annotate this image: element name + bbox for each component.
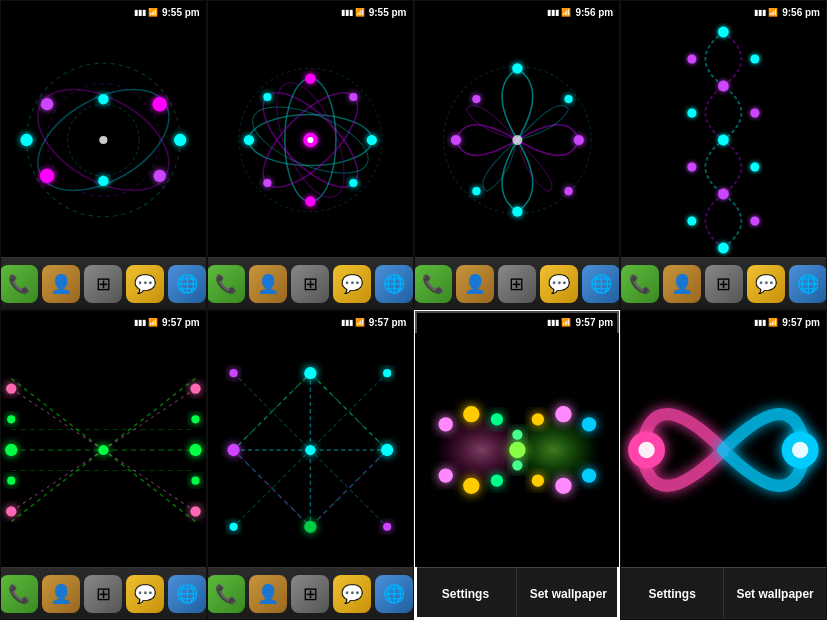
dock-browser-6[interactable]: 🌐 [375,575,413,613]
cell-8[interactable]: ▮▮▮ 📶 9:57 pm [620,310,827,620]
signal-icon-8: ▮▮▮ [754,318,766,327]
svg-point-94 [438,417,452,431]
svg-point-51 [688,217,697,226]
time-5: 9:57 pm [162,317,200,328]
cell-4[interactable]: ▮▮▮ 📶 9:56 pm [620,0,827,310]
set-wallpaper-button-7[interactable]: Set wallpaper [517,567,619,619]
dock-browser-1[interactable]: 🌐 [168,265,206,303]
svg-point-90 [229,523,237,531]
settings-button-8[interactable]: Settings [621,567,724,619]
dock-contacts-6[interactable]: 👤 [249,575,287,613]
status-icons-4: ▮▮▮ 📶 [754,8,778,17]
settings-button-7[interactable]: Settings [415,567,518,619]
svg-point-97 [438,468,452,482]
svg-point-85 [304,521,316,533]
dock-contacts-5[interactable]: 👤 [42,575,80,613]
svg-point-36 [564,95,572,103]
svg-point-47 [718,135,729,146]
svg-point-42 [688,55,697,64]
cell-2[interactable]: ▮▮▮ 📶 9:55 pm [207,0,414,310]
svg-point-8 [98,176,108,186]
svg-point-39 [564,187,572,195]
dock-messages-1[interactable]: 💬 [126,265,164,303]
wallpaper-6 [208,333,413,567]
status-bar-2: ▮▮▮ 📶 9:55 pm [208,1,413,23]
status-bar-6: ▮▮▮ 📶 9:57 pm [208,311,413,333]
time-1: 9:55 pm [162,7,200,18]
cell-3[interactable]: ▮▮▮ 📶 9:56 pm [414,0,621,310]
status-bar-4: ▮▮▮ 📶 9:56 pm [621,1,826,23]
status-icons-3: ▮▮▮ 📶 [547,8,571,17]
dock-messages-5[interactable]: 💬 [126,575,164,613]
status-bar-8: ▮▮▮ 📶 9:57 pm [621,311,826,333]
dock-messages-6[interactable]: 💬 [333,575,371,613]
dock-bar-2: 📞 👤 ⊞ 💬 🌐 [208,257,413,309]
svg-point-63 [5,444,17,456]
dock-phone-5[interactable]: 📞 [0,575,38,613]
svg-point-46 [751,109,760,118]
cell-7[interactable]: ▮▮▮ 📶 9:57 pm [414,310,621,620]
dock-bar-4: 📞 👤 ⊞ 💬 🌐 [621,257,826,309]
dock-apps-5[interactable]: ⊞ [84,575,122,613]
wallpaper-3 [415,23,620,257]
dock-contacts-4[interactable]: 👤 [663,265,701,303]
time-3: 9:56 pm [575,7,613,18]
svg-line-59 [11,389,103,450]
status-bar-7: ▮▮▮ 📶 9:57 pm [415,311,620,333]
dock-browser-4[interactable]: 🌐 [789,265,827,303]
signal-icon-1: ▮▮▮ [134,8,146,17]
svg-point-5 [174,134,186,146]
dock-phone-2[interactable]: 📞 [207,265,245,303]
svg-point-89 [383,369,391,377]
svg-point-50 [718,189,729,200]
dock-messages-4[interactable]: 💬 [747,265,785,303]
dock-messages-3[interactable]: 💬 [540,265,578,303]
svg-point-7 [98,94,108,104]
dock-phone-6[interactable]: 📞 [207,575,245,613]
dock-phone-3[interactable]: 📞 [414,265,452,303]
settings-label-7: Settings [442,587,489,601]
dock-contacts-2[interactable]: 👤 [249,265,287,303]
set-wallpaper-label-8: Set wallpaper [736,587,813,601]
dock-bar-3: 📞 👤 ⊞ 💬 🌐 [415,257,620,309]
dock-apps-3[interactable]: ⊞ [498,265,536,303]
wifi-icon-8: 📶 [768,318,778,327]
dock-apps-2[interactable]: ⊞ [291,265,329,303]
svg-point-28 [263,179,271,187]
svg-point-12 [154,170,166,182]
svg-point-88 [229,369,237,377]
svg-point-30 [307,137,313,143]
cell-6[interactable]: ▮▮▮ 📶 9:57 pm [207,310,414,620]
svg-point-66 [6,383,16,393]
cell-5[interactable]: ▮▮▮ 📶 9:57 pm [0,310,207,620]
svg-point-104 [555,478,571,494]
cell-1[interactable]: ▮▮▮ 📶 9:55 pm [0,0,207,310]
status-bar-1: ▮▮▮ 📶 9:55 pm [1,1,206,23]
svg-point-111 [639,442,655,458]
dock-apps-1[interactable]: ⊞ [84,265,122,303]
dock-contacts-1[interactable]: 👤 [42,265,80,303]
dock-apps-6[interactable]: ⊞ [291,575,329,613]
svg-point-95 [463,406,479,422]
dock-messages-2[interactable]: 💬 [333,265,371,303]
status-icons-6: ▮▮▮ 📶 [341,318,365,327]
dock-browser-3[interactable]: 🌐 [582,265,620,303]
dock-apps-4[interactable]: ⊞ [705,265,743,303]
svg-point-70 [7,415,15,423]
svg-point-35 [450,135,460,145]
wifi-icon-7: 📶 [561,318,571,327]
time-2: 9:55 pm [369,7,407,18]
dock-phone-4[interactable]: 📞 [621,265,659,303]
svg-point-45 [688,109,697,118]
dock-browser-2[interactable]: 🌐 [375,265,413,303]
set-wallpaper-label-7: Set wallpaper [530,587,607,601]
dock-browser-5[interactable]: 🌐 [168,575,206,613]
set-wallpaper-button-8[interactable]: Set wallpaper [724,567,826,619]
dock-contacts-3[interactable]: 👤 [456,265,494,303]
status-bar-3: ▮▮▮ 📶 9:56 pm [415,1,620,23]
svg-point-6 [20,134,32,146]
wallpaper-2 [208,23,413,257]
svg-point-65 [98,445,108,455]
signal-icon-6: ▮▮▮ [341,318,353,327]
dock-phone-1[interactable]: 📞 [0,265,38,303]
